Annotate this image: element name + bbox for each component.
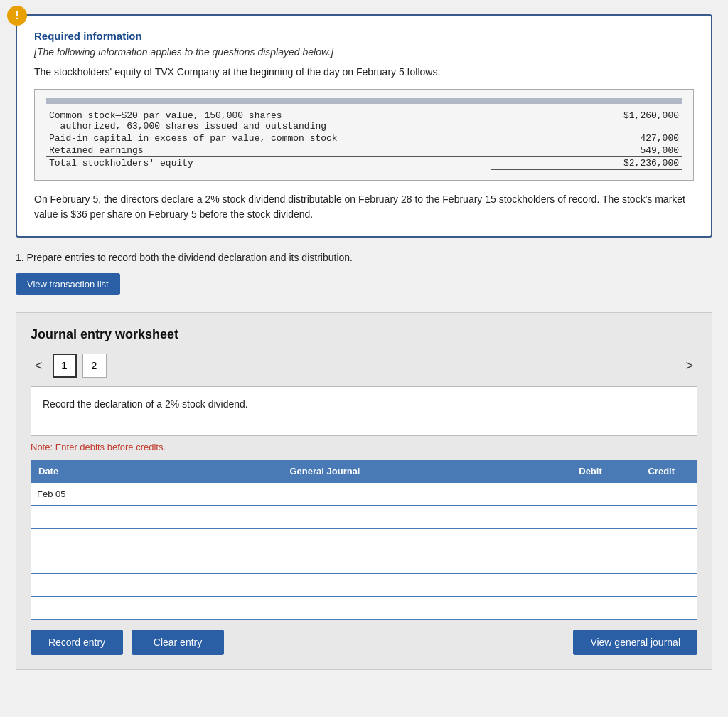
table-row <box>31 574 697 597</box>
journal-cell-5[interactable] <box>95 574 555 597</box>
question-text: Prepare entries to record both the divid… <box>27 252 353 263</box>
equity-value-3: 549,000 <box>491 144 682 157</box>
table-header-bar <box>46 98 682 104</box>
required-title: Required information <box>34 30 694 42</box>
date-cell-2 <box>31 506 95 529</box>
journal-table: Date General Journal Debit Credit Feb 05 <box>31 460 697 620</box>
date-cell-1: Feb 05 <box>31 483 95 506</box>
equity-total-value: $2,236,000 <box>491 157 682 171</box>
credit-cell-3[interactable] <box>626 529 697 551</box>
record-entry-button[interactable]: Record entry <box>31 630 123 655</box>
debit-cell-4[interactable] <box>555 551 626 574</box>
journal-input-2[interactable] <box>95 506 555 528</box>
credit-input-5[interactable] <box>626 574 697 596</box>
debit-input-2[interactable] <box>555 506 626 528</box>
debit-cell-6[interactable] <box>555 597 626 620</box>
table-row <box>31 506 697 529</box>
credit-cell-2[interactable] <box>626 506 697 529</box>
journal-cell-3[interactable] <box>95 529 555 551</box>
credit-input-2[interactable] <box>626 506 697 528</box>
tab-prev-button[interactable]: < <box>31 357 47 375</box>
header-date: Date <box>31 460 95 483</box>
equity-value-2: 427,000 <box>491 132 682 144</box>
date-cell-4 <box>31 551 95 574</box>
table-row: Paid-in capital in excess of par value, … <box>46 132 682 144</box>
credit-input-1[interactable] <box>626 483 697 505</box>
required-subtitle: [The following information applies to th… <box>34 46 694 58</box>
journal-input-3[interactable] <box>95 529 555 551</box>
credit-input-4[interactable] <box>626 551 697 573</box>
instruction-text: Record the declaration of a 2% stock div… <box>43 398 248 410</box>
table-row <box>31 597 697 620</box>
question-section: 1. Prepare entries to record both the di… <box>16 252 712 263</box>
table-row <box>31 551 697 574</box>
journal-cell-4[interactable] <box>95 551 555 574</box>
journal-cell-1[interactable] <box>95 483 555 506</box>
credit-cell-4[interactable] <box>626 551 697 574</box>
credit-cell-5[interactable] <box>626 574 697 597</box>
date-cell-6 <box>31 597 95 620</box>
equity-value-1: $1,260,000 <box>491 110 682 132</box>
tab-next-button[interactable]: > <box>681 357 697 375</box>
equity-label-2: Paid-in capital in excess of par value, … <box>46 132 491 144</box>
date-cell-3 <box>31 529 95 551</box>
table-row: Common stock—$20 par value, 150,000 shar… <box>46 110 682 132</box>
table-row <box>31 529 697 551</box>
debit-cell-2[interactable] <box>555 506 626 529</box>
worksheet-title: Journal entry worksheet <box>31 327 697 342</box>
debit-cell-3[interactable] <box>555 529 626 551</box>
table-header-row: Date General Journal Debit Credit <box>31 460 697 483</box>
credit-cell-6[interactable] <box>626 597 697 620</box>
equity-total-label: Total stockholders' equity <box>46 157 491 171</box>
journal-cell-6[interactable] <box>95 597 555 620</box>
debit-input-5[interactable] <box>555 574 626 596</box>
equity-table: Common stock—$20 par value, 150,000 shar… <box>34 89 694 181</box>
journal-input-6[interactable] <box>95 597 555 619</box>
journal-input-1[interactable] <box>95 483 555 505</box>
debit-cell-5[interactable] <box>555 574 626 597</box>
journal-input-4[interactable] <box>95 551 555 573</box>
debit-input-3[interactable] <box>555 529 626 551</box>
date-cell-5 <box>31 574 95 597</box>
debit-input-6[interactable] <box>555 597 626 619</box>
required-body: The stockholders' equity of TVX Company … <box>34 66 694 78</box>
required-info-box: ! Required information [The following in… <box>16 14 712 238</box>
alert-icon: ! <box>7 6 27 26</box>
tab-1-button[interactable]: 1 <box>53 354 77 378</box>
debit-cell-1[interactable] <box>555 483 626 506</box>
equity-label-3: Retained earnings <box>46 144 491 157</box>
credit-input-3[interactable] <box>626 529 697 551</box>
question-number: 1. <box>16 252 24 263</box>
view-general-journal-button[interactable]: View general journal <box>573 630 697 655</box>
header-general-journal: General Journal <box>95 460 555 483</box>
note-text: Note: Enter debits before credits. <box>31 442 697 452</box>
header-debit: Debit <box>555 460 626 483</box>
table-row: Retained earnings 549,000 <box>46 144 682 157</box>
tab-2-button[interactable]: 2 <box>82 354 107 378</box>
table-total-row: Total stockholders' equity $2,236,000 <box>46 157 682 171</box>
clear-entry-button[interactable]: Clear entry <box>132 630 224 655</box>
debit-input-4[interactable] <box>555 551 626 573</box>
table-row: Feb 05 <box>31 483 697 506</box>
header-credit: Credit <box>626 460 697 483</box>
bottom-buttons: Record entry Clear entry View general jo… <box>31 630 697 655</box>
journal-input-5[interactable] <box>95 574 555 596</box>
credit-cell-1[interactable] <box>626 483 697 506</box>
tab-navigation: < 1 2 > <box>31 354 697 378</box>
instruction-box: Record the declaration of a 2% stock div… <box>31 386 697 436</box>
debit-input-1[interactable] <box>555 483 626 505</box>
page-container: ! Required information [The following in… <box>16 14 712 670</box>
view-transaction-list-button[interactable]: View transaction list <box>16 273 120 295</box>
journal-cell-2[interactable] <box>95 506 555 529</box>
description-text: On February 5, the directors declare a 2… <box>34 192 694 222</box>
equity-label-1: Common stock—$20 par value, 150,000 shar… <box>46 110 491 132</box>
credit-input-6[interactable] <box>626 597 697 619</box>
worksheet-container: Journal entry worksheet < 1 2 > Record t… <box>16 312 712 670</box>
